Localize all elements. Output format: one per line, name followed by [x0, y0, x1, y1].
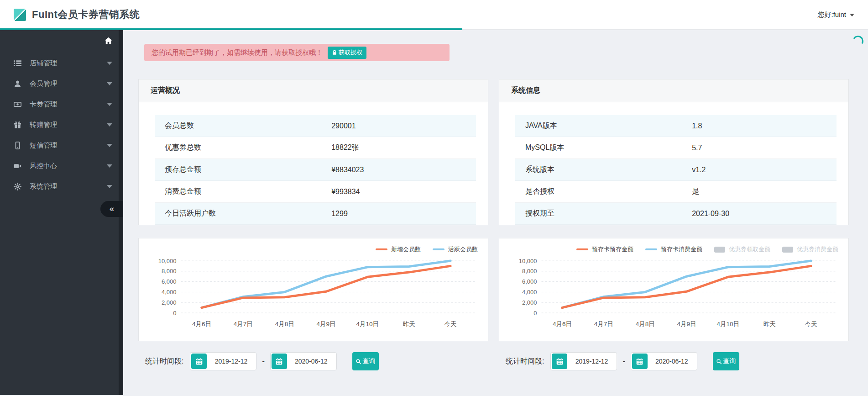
sidebar-item-4[interactable]: 转赠管理: [0, 115, 123, 135]
sidebar-item-6[interactable]: 风控中心: [0, 156, 123, 176]
svg-text:4月7日: 4月7日: [234, 321, 253, 327]
svg-text:4月6日: 4月6日: [192, 321, 211, 327]
legend-label: 优惠券消费金额: [797, 245, 838, 253]
sidebar-collapse-button[interactable]: «: [100, 201, 123, 217]
mobile-icon: [14, 142, 23, 149]
svg-text:10,000: 10,000: [519, 258, 537, 264]
sidebar-item-1[interactable]: 店铺管理: [0, 53, 123, 74]
legend-item[interactable]: 新增会员数: [376, 245, 421, 253]
amounts-line-chart-card: 预存卡预存金额预存卡消费金额优惠券领取金额优惠券消费金额10,0008,0006…: [499, 238, 849, 341]
start-date-input-left[interactable]: 2019-12-12: [190, 352, 256, 370]
chevron-down-icon: [107, 144, 112, 147]
video-icon: [14, 162, 23, 170]
home-icon[interactable]: [105, 37, 112, 47]
row-value: ¥8834023: [331, 166, 364, 174]
legend-swatch-icon: [714, 247, 725, 253]
row-value: 5.7: [692, 144, 702, 152]
sidebar-item-label: 卡券管理: [30, 100, 107, 109]
row-value: 2021-09-30: [692, 210, 729, 218]
date-filter-right: 统计时间段:2019-12-12-2020-06-12查询: [499, 348, 849, 375]
svg-text:0: 0: [533, 310, 537, 317]
app-title: FuInt会员卡券营销系统: [32, 8, 140, 21]
svg-text:8,000: 8,000: [522, 268, 537, 275]
table-row: 优惠券总数18822张: [155, 137, 476, 159]
end-date-input-left[interactable]: 2020-06-12: [270, 352, 337, 370]
chart-legend: 预存卡预存金额预存卡消费金额优惠券领取金额优惠券消费金额: [507, 244, 841, 254]
user-greeting: 您好:fuint: [817, 11, 846, 19]
filter-label: 统计时间段:: [506, 357, 544, 366]
card-header: 系统信息: [499, 79, 848, 102]
card-title: 运营概况: [151, 86, 180, 95]
svg-text:8,000: 8,000: [162, 268, 177, 275]
alert-text: 您的试用期已经到期了，如需继续使用，请获取授权哦！: [152, 48, 323, 57]
row-label: 系统版本: [525, 165, 554, 174]
svg-text:2,000: 2,000: [522, 299, 537, 306]
sidebar-item-label: 风控中心: [30, 162, 107, 170]
svg-text:4月7日: 4月7日: [594, 321, 613, 327]
sidebar-item-5[interactable]: 短信管理: [0, 135, 123, 156]
row-label: 优惠券总数: [165, 143, 201, 153]
date-value: 2019-12-12: [567, 358, 616, 365]
gear-icon: [14, 183, 23, 190]
sidebar-item-label: 店铺管理: [30, 59, 107, 68]
calendar-icon[interactable]: [272, 354, 287, 369]
date-value: 2020-06-12: [287, 358, 335, 365]
card-body: JAVA版本1.8MySQL版本5.7系统版本v1.2是否授权是授权期至2021…: [499, 102, 848, 225]
legend-swatch-icon: [376, 248, 387, 250]
table-row: 系统版本v1.2: [515, 159, 837, 181]
svg-text:昨天: 昨天: [763, 321, 776, 327]
row-label: 预存总金额: [165, 165, 201, 174]
svg-text:4,000: 4,000: [522, 289, 537, 296]
legend-item[interactable]: 预存卡预存金额: [576, 245, 633, 253]
svg-text:4月10日: 4月10日: [356, 321, 379, 327]
svg-text:4月8日: 4月8日: [636, 321, 655, 327]
user-menu[interactable]: 您好:fuint: [817, 11, 854, 19]
sidebar-item-label: 系统管理: [30, 182, 107, 191]
sidebar-item-2[interactable]: 会员管理: [0, 74, 123, 94]
svg-text:4,000: 4,000: [162, 289, 177, 296]
legend-item[interactable]: 活跃会员数: [433, 245, 478, 253]
user-icon: [14, 80, 23, 88]
app-logo-icon: [14, 9, 26, 21]
row-label: 授权期至: [525, 209, 554, 218]
trial-expired-alert: 您的试用期已经到期了，如需继续使用，请获取授权哦！ 获取授权: [144, 44, 450, 61]
main-content: 您的试用期已经到期了，如需继续使用，请获取授权哦！ 获取授权 运营概况 会员总数…: [123, 30, 868, 395]
svg-text:6,000: 6,000: [162, 278, 177, 285]
operations-overview-card: 运营概况 会员总数290001优惠券总数18822张预存总金额¥8834023消…: [138, 79, 488, 225]
svg-text:4月9日: 4月9日: [677, 321, 696, 327]
sidebar-item-3[interactable]: 卡券管理: [0, 94, 123, 115]
calendar-icon[interactable]: [191, 354, 207, 369]
row-value: 1.8: [692, 122, 702, 130]
search-button-right[interactable]: 查询: [713, 352, 739, 370]
legend-swatch-icon: [576, 248, 588, 250]
table-row: 会员总数290001: [155, 115, 476, 137]
table-row: 授权期至2021-09-30: [515, 203, 837, 225]
row-label: 消费总金额: [165, 187, 201, 196]
card-body: 会员总数290001优惠券总数18822张预存总金额¥8834023消费总金额¥…: [139, 102, 488, 225]
search-icon: [356, 359, 361, 364]
legend-label: 优惠券领取金额: [729, 245, 770, 253]
end-date-input-right[interactable]: 2020-06-12: [631, 352, 697, 370]
line-chart: 10,0008,0006,0004,0002,00004月6日4月7日4月8日4…: [146, 254, 481, 335]
get-authorization-button[interactable]: 获取授权: [328, 47, 366, 59]
row-value: 1299: [331, 210, 348, 218]
sidebar-nav: 店铺管理会员管理卡券管理转赠管理短信管理风控中心系统管理: [0, 53, 123, 197]
brand: FuInt会员卡券营销系统: [14, 8, 140, 21]
legend-item[interactable]: 优惠券消费金额: [782, 245, 838, 253]
svg-text:10,000: 10,000: [158, 258, 177, 264]
svg-text:2,000: 2,000: [162, 299, 177, 306]
system-info-card: 系统信息 JAVA版本1.8MySQL版本5.7系统版本v1.2是否授权是授权期…: [499, 79, 849, 225]
chevron-down-icon: [107, 103, 112, 106]
search-button-left[interactable]: 查询: [352, 352, 379, 370]
calendar-icon[interactable]: [632, 354, 648, 369]
legend-item[interactable]: 预存卡消费金额: [645, 245, 702, 253]
legend-item[interactable]: 优惠券领取金额: [714, 245, 770, 253]
row-value: 18822张: [331, 143, 359, 153]
search-icon: [716, 359, 722, 364]
legend-swatch-icon: [645, 248, 657, 250]
sidebar-item-7[interactable]: 系统管理: [0, 176, 123, 197]
start-date-input-right[interactable]: 2019-12-12: [550, 352, 617, 370]
sidebar: 店铺管理会员管理卡券管理转赠管理短信管理风控中心系统管理 «: [0, 30, 123, 395]
calendar-icon[interactable]: [552, 354, 567, 369]
row-label: 是否授权: [525, 187, 554, 196]
